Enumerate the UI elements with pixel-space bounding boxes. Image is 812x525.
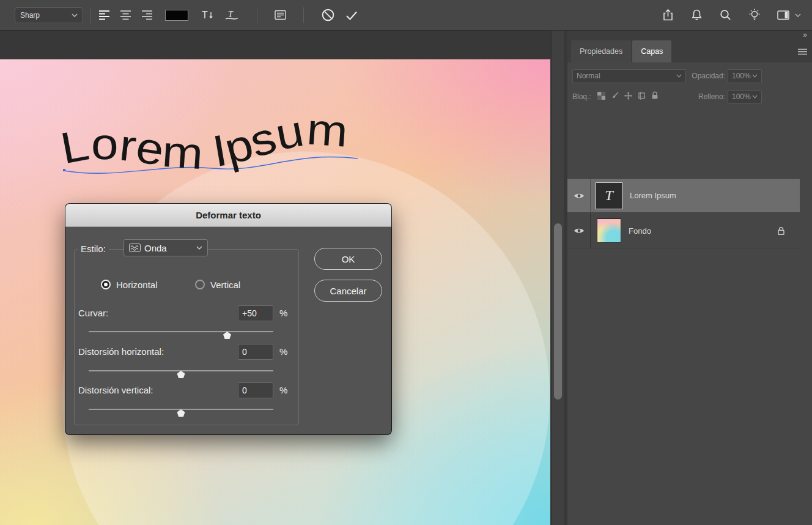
text-color-swatch[interactable] <box>165 10 188 21</box>
vertical-distortion-input[interactable] <box>238 382 273 398</box>
antialias-value: Sharp <box>20 11 40 20</box>
opacity-value: 100% <box>732 72 751 80</box>
warp-style-select[interactable]: Onda <box>124 239 208 256</box>
radio-selected-icon[interactable] <box>101 280 111 289</box>
fill-select[interactable]: 100% <box>728 90 762 104</box>
share-icon[interactable] <box>662 9 674 21</box>
collapse-chevrons-icon[interactable]: » <box>803 31 807 39</box>
panel-tabs-bar: Propiedades Capas <box>567 40 812 62</box>
chevron-down-icon[interactable] <box>795 13 801 17</box>
eye-icon <box>574 192 585 199</box>
options-bar: Sharp T T <box>0 0 812 31</box>
antialias-dropdown[interactable]: Sharp <box>15 7 83 23</box>
align-right-icon[interactable] <box>141 10 153 20</box>
horizontal-distortion-unit: % <box>279 346 287 357</box>
commit-edits-icon[interactable] <box>345 9 358 21</box>
slider-thumb[interactable] <box>223 332 231 339</box>
canvas-vertical-scrollbar[interactable] <box>551 31 564 525</box>
chevron-down-icon <box>752 74 758 78</box>
text-layer-thumbnail[interactable]: T <box>596 182 622 209</box>
chevron-down-icon <box>72 13 78 17</box>
ok-button-label: OK <box>342 254 355 264</box>
orientation-horizontal-option[interactable]: Horizontal <box>101 278 158 291</box>
layers-list: T Lorem Ipsum Fondo <box>567 114 812 525</box>
lock-row: Bloq.: <box>567 89 812 104</box>
search-icon[interactable] <box>719 9 732 21</box>
chevron-down-icon <box>752 95 758 99</box>
vertical-radio-label: Vertical <box>210 280 240 290</box>
scrollbar-thumb[interactable] <box>554 223 562 400</box>
horizontal-radio-label: Horizontal <box>116 280 158 290</box>
lock-position-icon[interactable] <box>624 91 632 102</box>
cancel-button[interactable]: Cancelar <box>314 280 382 302</box>
canvas-text: Lorem Ipsum <box>57 104 349 178</box>
bend-slider[interactable] <box>89 330 273 340</box>
blend-row: Normal Opacidad: 100% <box>567 69 812 83</box>
dialog-title: Deformar texto <box>196 210 261 220</box>
fill-value: 100% <box>732 92 751 101</box>
eye-icon <box>574 227 585 234</box>
style-label: Estilo: <box>78 242 109 256</box>
toolbar-separator <box>303 7 304 23</box>
bend-unit: % <box>279 308 287 318</box>
layer-row-lorem-ipsum[interactable]: T Lorem Ipsum <box>567 178 800 213</box>
opacity-select[interactable]: 100% <box>728 69 762 83</box>
lock-transparency-icon[interactable] <box>597 91 605 102</box>
warped-text-layer: Lorem Ipsum <box>0 102 391 194</box>
svg-text:T: T <box>228 10 234 19</box>
radio-unselected-icon[interactable] <box>195 280 205 289</box>
layers-panel-content: Normal Opacidad: 100% Bloq.: <box>567 62 812 525</box>
blend-mode-value: Normal <box>577 72 600 80</box>
bend-input[interactable] <box>238 305 273 321</box>
layers-panel: » Propiedades Capas Normal Opacidad: 100… <box>567 31 812 525</box>
warp-text-dialog: Deformar texto Estilo: Onda Horizontal V… <box>65 204 391 434</box>
panel-menu-icon[interactable] <box>798 40 807 62</box>
svg-text:Lorem Ipsum: Lorem Ipsum <box>57 104 349 178</box>
panel-collapse-strip[interactable]: » <box>567 31 812 40</box>
lock-all-icon[interactable] <box>651 91 659 102</box>
tab-propiedades[interactable]: Propiedades <box>571 40 631 62</box>
slider-thumb[interactable] <box>177 409 185 417</box>
ok-button[interactable]: OK <box>314 248 382 270</box>
text-orientation-icon[interactable]: T <box>201 9 214 21</box>
orientation-vertical-option[interactable]: Vertical <box>195 278 240 291</box>
toolbar-separator <box>90 7 91 23</box>
warp-text-icon[interactable]: T <box>224 9 240 21</box>
bell-icon[interactable] <box>690 9 703 21</box>
align-center-icon[interactable] <box>120 10 131 20</box>
type-path-anchor <box>63 169 65 171</box>
lock-pixels-icon[interactable] <box>611 91 619 102</box>
photoshop-app: Sharp T T <box>0 0 812 525</box>
wave-style-icon <box>129 244 141 252</box>
horizontal-distortion-slider[interactable] <box>89 369 273 379</box>
layer-row-fondo[interactable]: Fondo <box>567 214 800 248</box>
vertical-distortion-label: Distorsión vertical: <box>78 385 153 395</box>
slider-thumb[interactable] <box>177 371 185 378</box>
dialog-title-bar[interactable]: Deformar texto <box>65 204 391 227</box>
tab-capas[interactable]: Capas <box>632 40 671 62</box>
workspace-switcher-icon[interactable] <box>777 10 790 21</box>
align-left-icon[interactable] <box>98 10 110 20</box>
lock-artboard-icon[interactable] <box>638 91 646 102</box>
layer-name: Lorem Ipsum <box>630 191 676 200</box>
slider-track[interactable] <box>89 331 273 332</box>
vertical-distortion-slider[interactable] <box>89 408 273 417</box>
bend-label: Curvar: <box>78 308 108 318</box>
chevron-down-icon <box>676 74 682 78</box>
warp-style-value: Onda <box>144 243 167 253</box>
toggle-panels-icon[interactable] <box>275 10 286 20</box>
opacity-label: Opacidad: <box>692 72 725 80</box>
blend-mode-select[interactable]: Normal <box>572 69 686 83</box>
chevron-down-icon <box>196 246 202 250</box>
lock-label: Bloq.: <box>572 92 591 101</box>
discover-lightbulb-icon[interactable] <box>748 9 761 21</box>
fill-label: Relleno: <box>698 92 725 101</box>
layer-lock-icon <box>777 226 785 236</box>
image-layer-thumbnail[interactable] <box>597 218 621 243</box>
visibility-toggle[interactable] <box>567 179 591 212</box>
cancel-button-label: Cancelar <box>330 286 366 296</box>
toolbar-separator <box>257 7 257 23</box>
visibility-toggle[interactable] <box>567 214 591 248</box>
horizontal-distortion-input[interactable] <box>238 344 273 360</box>
cancel-edits-icon[interactable] <box>321 8 335 22</box>
